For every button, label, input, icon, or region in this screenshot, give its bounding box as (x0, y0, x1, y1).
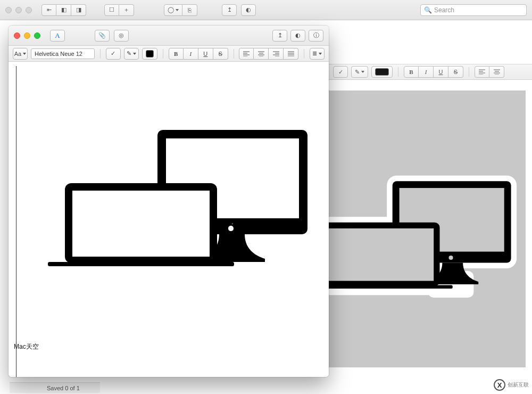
aa-label: Aa (14, 51, 21, 57)
chevron-down-icon (133, 53, 136, 55)
back-style-group: B I U S (404, 66, 463, 78)
list-icon: ≣ (312, 50, 317, 57)
font-picker[interactable]: Helvetica Neue 12 (31, 48, 95, 59)
align-right-button[interactable] (269, 48, 284, 60)
back-align-group (475, 66, 504, 78)
svg-point-6 (449, 256, 453, 260)
divider (469, 67, 469, 77)
back-bold-button[interactable]: B (404, 66, 419, 78)
check-icon: ✓ (111, 50, 115, 57)
align-center-button[interactable] (254, 48, 269, 60)
text-cursor (16, 66, 16, 377)
record-button-back[interactable]: ◯ (164, 4, 182, 16)
zoom-button[interactable] (34, 32, 40, 39)
zoom-dot-inactive[interactable] (26, 7, 32, 13)
corner-logo-text: 创新互联 (508, 381, 529, 389)
pencil-icon: ✎ (355, 69, 360, 76)
back-note-selection (325, 91, 526, 367)
back-align-left[interactable] (475, 66, 489, 78)
note-canvas[interactable]: Mac天空 (9, 62, 329, 377)
highlight-button[interactable]: ✎ (124, 48, 139, 60)
sidebar-collapse-button[interactable]: ⇤ (41, 4, 56, 16)
bold-button[interactable]: B (169, 48, 184, 60)
chevron-down-icon (319, 53, 322, 55)
list-button[interactable]: ≣ (310, 48, 325, 60)
back-pencil-button[interactable]: ✎ (351, 66, 368, 78)
share-button-back[interactable]: ↥ (222, 4, 237, 16)
back-check-button[interactable]: ✓ (333, 66, 348, 78)
front-format-bar: Aa Helvetica Neue 12 ✓ ✎ B I U S ≣ (9, 46, 329, 62)
back-strike-button[interactable]: S (448, 66, 463, 78)
paperclip-icon: 📎 (98, 32, 106, 39)
tray-button-back[interactable]: ⎘ (182, 4, 197, 16)
corner-logo-icon: X (494, 379, 505, 391)
add-people-icon: ◐ (295, 32, 301, 39)
add-button-back[interactable]: ＋ (119, 4, 134, 16)
note-text: Mac天空 (14, 342, 39, 351)
divider (163, 49, 163, 59)
minimize-button[interactable] (24, 32, 30, 39)
share-icon: ↥ (278, 32, 282, 39)
status-bar: Saved 0 of 1 (10, 382, 100, 393)
devices-illustration (40, 120, 317, 291)
strike-button[interactable]: S (213, 48, 228, 60)
align-group (239, 48, 298, 60)
divider (304, 49, 304, 59)
color-black-icon (375, 68, 389, 76)
font-label: Helvetica Neue 12 (35, 51, 82, 57)
search-input[interactable]: 🔍 Search (420, 4, 527, 16)
align-justify-button[interactable] (284, 48, 298, 60)
collapse-icon: ⇤ (47, 6, 52, 13)
share-button[interactable]: ↥ (272, 30, 287, 42)
close-button[interactable] (14, 32, 20, 39)
panel-left-icon: ◧ (61, 6, 66, 13)
back-format-bar: ✓ ✎ B I U S (328, 64, 532, 80)
tray-icon: ⎘ (188, 7, 192, 13)
panel-right-button[interactable]: ◨ (71, 4, 86, 16)
circle-icon: ◯ (168, 6, 174, 13)
status-text: Saved 0 of 1 (47, 385, 80, 391)
check-icon: ✓ (338, 69, 343, 76)
checklist-button[interactable]: ✓ (106, 48, 121, 60)
add-people-button-back[interactable]: ◐ (241, 4, 256, 16)
back-color-swatch[interactable] (371, 66, 393, 78)
search-placeholder: Search (434, 6, 454, 14)
share-icon: ↥ (227, 6, 232, 13)
front-titlebar: A 📎 ◎ ↥ ◐ ⓘ (9, 26, 329, 46)
front-window: A 📎 ◎ ↥ ◐ ⓘ Aa Helvetica Neue 12 ✓ ✎ B I… (9, 26, 329, 377)
back-italic-button[interactable]: I (419, 66, 434, 78)
close-dot-inactive[interactable] (5, 7, 12, 13)
compose-icon: ☐ (109, 6, 114, 13)
align-left-button[interactable] (239, 48, 254, 60)
text-color-button[interactable] (142, 48, 158, 60)
search-icon: 🔍 (424, 6, 432, 14)
italic-button[interactable]: I (184, 48, 198, 60)
back-traffic-lights (5, 7, 32, 13)
minimize-dot-inactive[interactable] (15, 7, 22, 13)
corner-watermark: X 创新互联 (494, 379, 529, 391)
back-align-center[interactable] (489, 66, 504, 78)
panel-left-button[interactable]: ◧ (56, 4, 71, 16)
format-toggle-button[interactable]: A (50, 30, 65, 42)
underline-button[interactable]: U (198, 48, 213, 60)
info-button[interactable]: ⓘ (309, 30, 323, 42)
compass-icon: ◎ (119, 32, 124, 39)
info-icon: ⓘ (313, 31, 319, 39)
svg-rect-9 (326, 228, 434, 281)
chevron-down-icon (361, 71, 364, 73)
back-devices-sticker (298, 154, 521, 330)
back-note-canvas (328, 80, 532, 378)
divider (398, 67, 398, 77)
divider (234, 49, 234, 59)
svg-rect-13 (72, 191, 210, 257)
text-style-button[interactable]: Aa (13, 48, 28, 60)
add-people-button[interactable]: ◐ (290, 30, 305, 42)
location-button[interactable]: ◎ (114, 30, 129, 42)
attach-button[interactable]: 📎 (95, 30, 110, 42)
front-traffic-lights (14, 32, 40, 39)
svg-rect-14 (48, 262, 234, 266)
plus-icon: ＋ (123, 6, 129, 14)
back-underline-button[interactable]: U (434, 66, 448, 78)
compose-button-back[interactable]: ☐ (104, 4, 119, 16)
add-people-icon: ◐ (246, 6, 251, 13)
